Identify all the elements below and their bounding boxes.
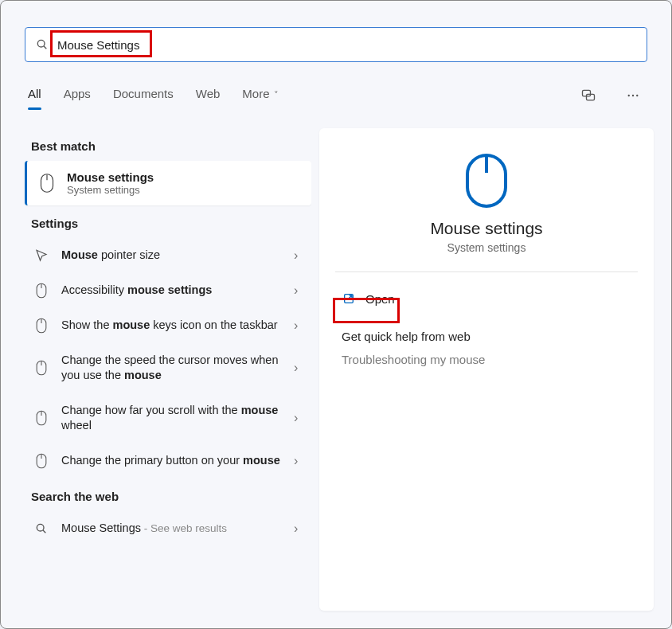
open-label: Open [365,292,395,306]
tab-all[interactable]: All [28,80,41,110]
mouse-icon [33,410,50,426]
search-input[interactable] [57,38,637,52]
filter-tabs: All Apps Documents Web More ˅ [28,80,644,110]
tab-documents[interactable]: Documents [113,80,174,110]
more-options-icon[interactable] [622,84,644,107]
tab-web[interactable]: Web [196,80,221,110]
settings-item-cursor-speed[interactable]: Change the speed the cursor moves when y… [25,343,311,393]
settings-list: Mouse pointer size › Accessibility mouse… [25,238,311,479]
chevron-right-icon: › [294,411,305,425]
search-bar[interactable] [25,27,647,62]
chevron-right-icon: › [294,454,305,468]
svg-point-4 [628,94,630,96]
detail-panel: Mouse settings System settings Open Get … [319,128,654,611]
tab-apps[interactable]: Apps [64,80,91,110]
detail-title: Mouse settings [338,219,635,238]
settings-item-scroll-wheel[interactable]: Change how far you scroll with the mouse… [25,393,311,443]
chevron-right-icon: › [294,361,305,375]
search-icon [35,37,49,52]
mouse-icon [33,360,50,376]
troubleshoot-link[interactable]: Troubleshooting my mouse [338,348,635,371]
svg-point-5 [632,94,634,96]
settings-item-pointer-size[interactable]: Mouse pointer size › [25,238,311,273]
detail-subtitle: System settings [338,241,635,254]
chevron-right-icon: › [294,318,305,333]
section-settings: Settings [31,217,311,230]
search-window: All Apps Documents Web More ˅ Best match… [0,0,672,629]
svg-point-19 [37,524,44,531]
results-panel: Best match Mouse settings System setting… [25,128,311,620]
mouse-icon [33,283,50,299]
settings-item-accessibility[interactable]: Accessibility mouse settings › [25,273,311,308]
open-external-icon [342,291,356,306]
quick-help-header: Get quick help from web [338,325,635,348]
search-icon [33,522,50,535]
best-match-subtitle: System settings [67,184,154,196]
svg-point-0 [37,40,45,47]
chevron-down-icon: ˅ [272,90,279,100]
tab-more[interactable]: More ˅ [242,80,278,110]
best-match-result[interactable]: Mouse settings System settings [25,161,311,205]
open-action[interactable]: Open [338,287,635,311]
divider [335,272,638,272]
svg-line-1 [44,46,46,49]
settings-item-primary-button[interactable]: Change the primary button on your mouse … [25,443,311,479]
section-best-match: Best match [31,139,311,153]
web-result[interactable]: Mouse Settings - See web results › [25,511,311,546]
chevron-right-icon: › [294,522,305,536]
chevron-right-icon: › [294,248,305,263]
chat-icon[interactable] [577,84,600,107]
settings-item-show-keys-icon[interactable]: Show the mouse keys icon on the taskbar … [25,308,311,343]
svg-point-6 [636,94,638,96]
mouse-icon-large [464,152,509,209]
chevron-right-icon: › [294,283,305,298]
svg-line-20 [43,530,45,533]
section-search-web: Search the web [31,490,311,503]
mouse-icon [33,453,50,469]
cursor-icon [33,248,50,263]
best-match-title: Mouse settings [67,170,154,184]
mouse-icon [33,318,50,334]
mouse-icon [38,174,56,192]
